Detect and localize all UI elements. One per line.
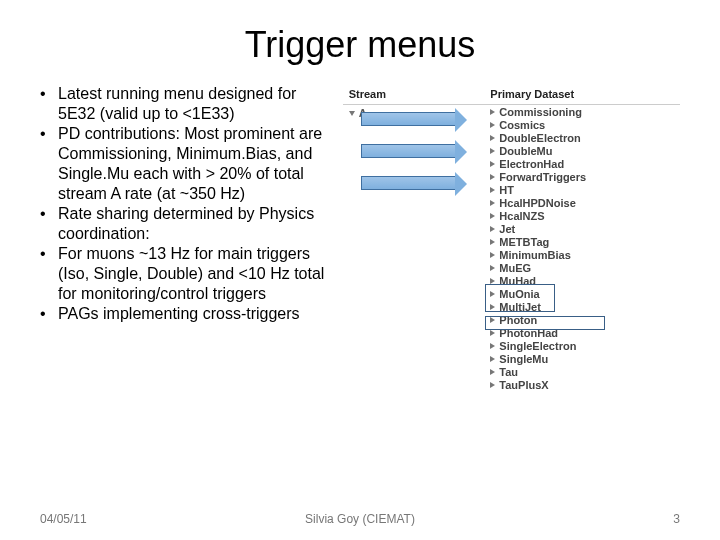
bullet-item: •For muons ~13 Hz for main triggers (Iso… — [40, 244, 333, 304]
bullet-dot: • — [40, 304, 58, 324]
bullet-dot: • — [40, 124, 58, 204]
pd-label: ElectronHad — [499, 158, 564, 170]
pd-label: METBTag — [499, 236, 549, 248]
bullet-text: Rate sharing determined by Physics coord… — [58, 204, 333, 244]
pd-item: Commissioning — [490, 105, 680, 118]
bullet-dot: • — [40, 244, 58, 304]
footer-page: 3 — [673, 512, 680, 526]
table-column: Stream Primary Dataset A — [343, 84, 680, 391]
chevron-right-icon — [490, 200, 495, 206]
chevron-right-icon — [490, 135, 495, 141]
chevron-down-icon — [349, 111, 355, 116]
highlight-box — [485, 316, 605, 330]
bullet-text: PAGs implementing cross-triggers — [58, 304, 333, 324]
chevron-right-icon — [490, 343, 495, 349]
chevron-right-icon — [490, 356, 495, 362]
bullet-text: For muons ~13 Hz for main triggers (Iso,… — [58, 244, 333, 304]
pd-table: Stream Primary Dataset A — [343, 84, 680, 391]
chevron-right-icon — [490, 213, 495, 219]
pd-label: MinimumBias — [499, 249, 571, 261]
pd-item: TauPlusX — [490, 378, 680, 391]
pd-item: SingleElectron — [490, 339, 680, 352]
chevron-right-icon — [490, 330, 495, 336]
arrow-shape — [361, 112, 456, 126]
bullet-item: •Rate sharing determined by Physics coor… — [40, 204, 333, 244]
chevron-right-icon — [490, 226, 495, 232]
chevron-right-icon — [490, 265, 495, 271]
footer-date: 04/05/11 — [40, 512, 87, 526]
pd-item: Tau — [490, 365, 680, 378]
chevron-right-icon — [490, 369, 495, 375]
bullet-dot: • — [40, 84, 58, 124]
pd-label: SingleMu — [499, 353, 548, 365]
pd-item: DoubleMu — [490, 144, 680, 157]
pd-label: Commissioning — [499, 106, 582, 118]
pd-label: DoubleMu — [499, 145, 552, 157]
pd-label: Jet — [499, 223, 515, 235]
col-pd: Primary Dataset — [484, 84, 680, 105]
bullet-item: •PD contributions: Most prominent are Co… — [40, 124, 333, 204]
pd-item: SingleMu — [490, 352, 680, 365]
pd-item: ElectronHad — [490, 157, 680, 170]
bullet-column: •Latest running menu designed for 5E32 (… — [40, 84, 343, 391]
chevron-right-icon — [490, 161, 495, 167]
pd-label: HcalHPDNoise — [499, 197, 575, 209]
pd-item: METBTag — [490, 235, 680, 248]
pd-item: Cosmics — [490, 118, 680, 131]
slide: Trigger menus •Latest running menu desig… — [0, 0, 720, 540]
pd-label: MuEG — [499, 262, 531, 274]
pd-item: MinimumBias — [490, 248, 680, 261]
bullet-text: Latest running menu designed for 5E32 (v… — [58, 84, 333, 124]
arrow-shape — [361, 144, 456, 158]
bullet-text: PD contributions: Most prominent are Com… — [58, 124, 333, 204]
chevron-right-icon — [490, 278, 495, 284]
highlight-box — [485, 284, 555, 312]
arrow-shape — [361, 176, 456, 190]
pd-item: DoubleElectron — [490, 131, 680, 144]
footer-author: Silvia Goy (CIEMAT) — [305, 512, 415, 526]
bullet-item: •Latest running menu designed for 5E32 (… — [40, 84, 333, 124]
chevron-right-icon — [490, 148, 495, 154]
bullet-item: •PAGs implementing cross-triggers — [40, 304, 333, 324]
pd-label: TauPlusX — [499, 379, 548, 391]
chevron-right-icon — [490, 382, 495, 388]
chevron-right-icon — [490, 122, 495, 128]
pd-item: HcalHPDNoise — [490, 196, 680, 209]
pd-list: CommissioningCosmicsDoubleElectronDouble… — [490, 105, 680, 391]
slide-title: Trigger menus — [40, 24, 680, 66]
pd-item: Jet — [490, 222, 680, 235]
pd-item: HcalNZS — [490, 209, 680, 222]
pd-item: MuEG — [490, 261, 680, 274]
pd-label: HcalNZS — [499, 210, 544, 222]
bullet-dot: • — [40, 204, 58, 244]
pd-item: HT — [490, 183, 680, 196]
pd-label: ForwardTriggers — [499, 171, 586, 183]
chevron-right-icon — [490, 239, 495, 245]
chevron-right-icon — [490, 109, 495, 115]
pd-label: Tau — [499, 366, 518, 378]
pd-label: Cosmics — [499, 119, 545, 131]
chevron-right-icon — [490, 187, 495, 193]
pd-label: HT — [499, 184, 514, 196]
content-area: •Latest running menu designed for 5E32 (… — [40, 84, 680, 391]
col-stream: Stream — [343, 84, 485, 105]
pd-label: SingleElectron — [499, 340, 576, 352]
pd-item: ForwardTriggers — [490, 170, 680, 183]
bullet-list: •Latest running menu designed for 5E32 (… — [40, 84, 333, 324]
footer: 04/05/11 Silvia Goy (CIEMAT) 3 — [40, 512, 680, 526]
chevron-right-icon — [490, 174, 495, 180]
pd-label: DoubleElectron — [499, 132, 580, 144]
chevron-right-icon — [490, 252, 495, 258]
